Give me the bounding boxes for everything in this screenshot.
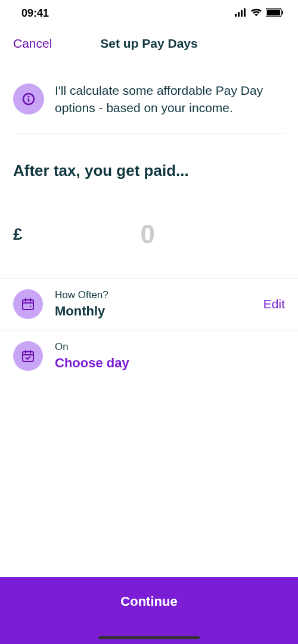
continue-button-label: Continue [120,594,177,609]
svg-rect-3 [244,8,246,17]
svg-rect-6 [282,11,283,14]
day-content: On Choose day [55,341,285,371]
section-heading: After tax, you get paid... [0,134,298,192]
svg-rect-10 [23,300,33,309]
info-text: I'll calculate some affordable Pay Day o… [55,82,285,117]
status-icons [235,7,284,20]
amount-value: 0 [23,219,285,249]
frequency-value: Monthly [55,304,252,319]
signal-icon [235,7,247,20]
svg-rect-5 [267,10,280,16]
status-time: 09:41 [21,7,49,20]
cancel-button[interactable]: Cancel [13,36,52,51]
day-label: On [55,341,285,353]
amount-input-row[interactable]: £ 0 [0,192,298,278]
svg-rect-9 [28,98,29,102]
page-title: Set up Pay Days [100,36,197,51]
edit-frequency-button[interactable]: Edit [263,297,285,311]
svg-point-8 [28,96,30,98]
header: Cancel Set up Pay Days [0,26,298,59]
calendar-check-icon [13,341,43,371]
svg-rect-0 [235,14,237,17]
info-section: I'll calculate some affordable Pay Day o… [0,59,298,134]
battery-icon [266,7,284,20]
svg-rect-2 [241,10,243,17]
day-row[interactable]: On Choose day [0,330,298,382]
home-indicator[interactable] [98,636,200,639]
frequency-content: How Often? Monthly [55,289,252,319]
continue-button[interactable]: Continue [0,577,298,644]
info-icon [13,83,44,114]
status-bar: 09:41 [0,0,298,26]
calendar-icon [13,289,43,319]
svg-point-14 [30,305,32,307]
svg-rect-15 [23,352,33,361]
day-value: Choose day [55,355,285,371]
frequency-row: How Often? Monthly Edit [0,278,298,330]
svg-rect-1 [238,12,240,17]
frequency-label: How Often? [55,289,252,301]
currency-symbol: £ [13,225,23,244]
wifi-icon [250,7,262,20]
